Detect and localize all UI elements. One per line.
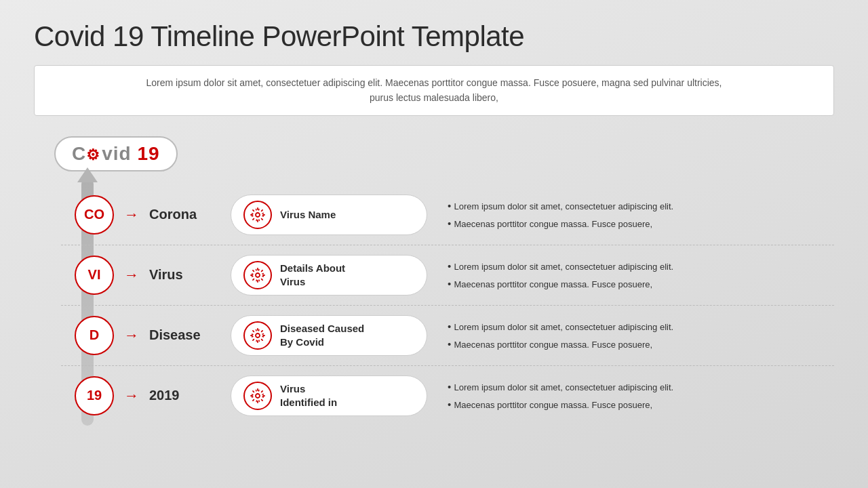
table-row: 19 → 2019 Virus Identified in L [61,366,834,426]
arrow-icon-vi: → [124,266,139,284]
virus-icon: ⚙ [86,146,100,163]
arrow-icon-co: → [124,206,139,224]
card-title-co: Virus Name [280,208,336,222]
card-title-19: Virus Identified in [280,382,337,409]
label-2019: 2019 [149,388,217,403]
list-item: Maecenas porttitor congue massa. Fusce p… [448,396,834,413]
card-19: Virus Identified in [231,375,427,416]
timeline-arrow [77,167,98,182]
list-item: Maecenas porttitor congue massa. Fusce p… [448,215,834,232]
table-row: D → Disease Diseased Caused By Covid [61,306,834,366]
gear-icon-d [250,327,266,344]
bullet-d: Lorem ipsum dolor sit amet, consectetuer… [448,318,834,352]
list-item: Maecenas porttitor congue massa. Fusce p… [448,275,834,293]
list-item: Maecenas porttitor congue massa. Fusce p… [448,336,834,353]
svg-point-2 [256,333,260,338]
rows-container: CO → Corona Virus Name Lorem ip [54,185,834,426]
label-disease: Disease [149,327,217,343]
card-icon-19 [243,382,272,410]
svg-point-0 [256,213,260,217]
list-item: Lorem ipsum dolor sit amet, consectetuer… [448,258,834,275]
arrow-icon-19: → [124,387,139,405]
svg-point-1 [256,273,260,277]
gear-icon-co [250,207,266,223]
bullet-vi: Lorem ipsum dolor sit amet, consectetuer… [448,258,834,292]
table-row: VI → Virus Details About Virus [61,245,834,306]
list-item: Lorem ipsum dolor sit amet, consectetuer… [448,378,834,396]
timeline-container: CO → Corona Virus Name Lorem ip [54,185,834,426]
card-title-vi: Details About Virus [280,262,345,288]
table-row: CO → Corona Virus Name Lorem ip [61,185,834,245]
row-badge-co: CO [75,195,114,235]
card-icon-vi [243,261,272,289]
slide: Covid 19 Timeline PowerPoint Template Lo… [0,0,868,488]
page-title: Covid 19 Timeline PowerPoint Template [34,20,834,53]
list-item: Lorem ipsum dolor sit amet, consectetuer… [448,197,834,215]
covid-badge: C⚙vid 19 [54,136,178,171]
bullet-co: Lorem ipsum dolor sit amet, consectetuer… [448,197,834,232]
bullet-19: Lorem ipsum dolor sit amet, consectetuer… [448,378,834,413]
list-item: Lorem ipsum dolor sit amet, consectetuer… [448,318,834,336]
card-d: Diseased Caused By Covid [231,315,427,356]
card-icon-co [243,201,272,229]
arrow-icon-d: → [124,327,139,344]
subtitle-box: Lorem ipsum dolor sit amet, consectetuer… [34,65,834,116]
row-badge-d: D [75,316,114,355]
row-badge-19: 19 [75,376,114,415]
badge-text: C⚙vid 19 [72,143,160,165]
subtitle-text: Lorem ipsum dolor sit amet, consectetuer… [146,77,722,103]
card-co: Virus Name [231,195,427,235]
badge-number: 19 [137,143,159,164]
svg-point-3 [256,394,260,398]
row-badge-vi: VI [75,256,114,295]
label-corona: Corona [149,207,217,222]
gear-icon-vi [250,267,266,283]
label-virus: Virus [149,267,217,283]
gear-icon-19 [250,388,266,404]
card-icon-d [243,321,272,350]
card-title-d: Diseased Caused By Covid [280,322,364,348]
card-vi: Details About Virus [231,255,427,296]
